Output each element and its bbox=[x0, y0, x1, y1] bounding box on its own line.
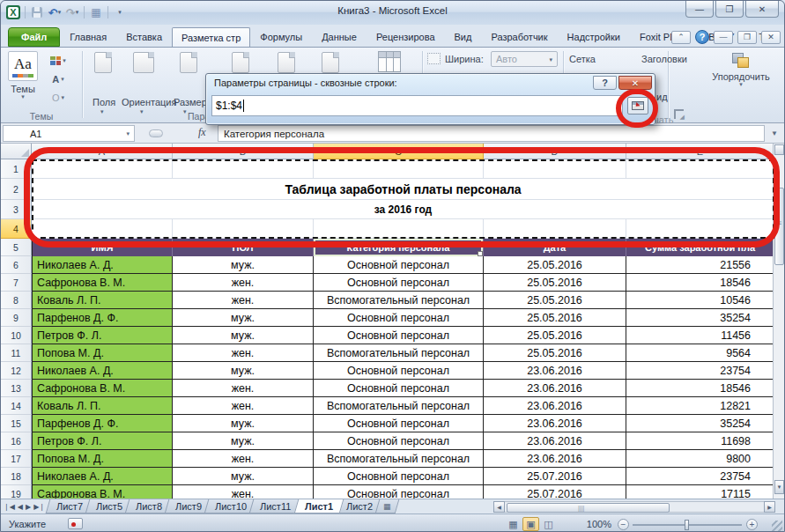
table-header-cell[interactable]: Сумма заработной пла bbox=[626, 239, 774, 256]
cell-name[interactable]: Петров Ф. Л. bbox=[32, 327, 173, 344]
cell-sex[interactable]: муж. bbox=[173, 468, 314, 485]
row-header[interactable]: 5 bbox=[1, 239, 32, 256]
table-header-cell[interactable]: Дата bbox=[484, 239, 626, 256]
cell-sum[interactable]: 12821 bbox=[626, 397, 774, 415]
cell-sex[interactable]: муж. bbox=[173, 256, 314, 274]
cell-name[interactable]: Коваль Л. П. bbox=[32, 397, 173, 415]
cell-name[interactable]: Попова М. Д. bbox=[32, 450, 173, 468]
row-header[interactable]: 10 bbox=[1, 327, 32, 344]
scroll-down-icon[interactable]: ▼ bbox=[774, 480, 784, 494]
cell[interactable] bbox=[173, 219, 314, 239]
cell-name[interactable]: Парфенов Д. Ф. bbox=[32, 309, 173, 327]
row-header[interactable]: 12 bbox=[1, 362, 32, 380]
row-header[interactable]: 7 bbox=[1, 274, 32, 292]
cell[interactable] bbox=[173, 159, 314, 179]
column-header-A[interactable]: A bbox=[32, 144, 173, 159]
row-header[interactable]: 18 bbox=[1, 468, 32, 485]
cell[interactable] bbox=[484, 219, 626, 239]
zoom-out-icon[interactable]: − bbox=[618, 519, 629, 530]
cell-cat[interactable]: Основной персонал bbox=[314, 362, 484, 380]
cell-date[interactable]: 25.07.2016 bbox=[484, 485, 626, 499]
margins-icon[interactable] bbox=[94, 52, 112, 73]
insert-function-icon[interactable]: fx bbox=[198, 126, 206, 139]
insert-sheet-tab[interactable]: ▦ bbox=[374, 499, 398, 514]
cell-date[interactable]: 23.06.2016 bbox=[484, 432, 626, 450]
expand-formula-bar-icon[interactable]: ▼ bbox=[767, 127, 781, 140]
row-header[interactable]: 19 bbox=[1, 485, 32, 499]
sheet-title-cell[interactable]: Таблица заработной платы персонала bbox=[32, 179, 774, 200]
resize-grip[interactable] bbox=[772, 521, 782, 531]
horizontal-scroll-track[interactable] bbox=[505, 501, 764, 513]
name-box-dropdown-icon[interactable]: ▾ bbox=[126, 130, 130, 137]
cell-sex[interactable]: жен. bbox=[173, 380, 314, 397]
themes-button[interactable]: Aa Темы ▾ bbox=[8, 51, 38, 99]
cell[interactable] bbox=[314, 159, 484, 179]
horizontal-scrollbar[interactable]: ◀ ▶ bbox=[493, 501, 775, 513]
dialog-close-button[interactable]: ✕ bbox=[618, 76, 652, 90]
ribbon-tab-4[interactable]: Разметка стр bbox=[172, 27, 250, 47]
ribbon-restore-button[interactable]: ❐ bbox=[737, 31, 757, 44]
theme-fonts-button[interactable]: A▾ bbox=[47, 70, 70, 87]
table-header-cell[interactable]: ПОЛ bbox=[173, 239, 314, 256]
cell-sum[interactable]: 18546 bbox=[626, 274, 774, 292]
ribbon-tab-3[interactable]: Вставка bbox=[116, 27, 172, 47]
cell-sex[interactable]: муж. bbox=[173, 327, 314, 344]
print-area-icon[interactable] bbox=[232, 52, 249, 73]
cell-date[interactable]: 25.05.2016 bbox=[484, 292, 626, 309]
cell-cat[interactable]: Основной персонал bbox=[314, 256, 484, 274]
table-header-cell[interactable]: ИМЯ bbox=[32, 239, 173, 256]
margins-label[interactable]: Поля bbox=[93, 97, 115, 107]
width-select[interactable]: Авто▾ bbox=[491, 51, 558, 67]
row-header[interactable]: 11 bbox=[1, 344, 32, 362]
next-sheet-icon[interactable]: ▶ bbox=[26, 503, 31, 511]
cell-cat[interactable]: Вспомогательный персонал bbox=[314, 292, 484, 309]
cell-sum[interactable]: 10546 bbox=[626, 292, 774, 309]
scroll-right-icon[interactable]: ▶ bbox=[764, 501, 775, 513]
orientation-label[interactable]: Ориентация bbox=[122, 97, 176, 107]
column-header-D[interactable]: D bbox=[484, 144, 626, 159]
cell-sum[interactable]: 18546 bbox=[626, 380, 774, 397]
cell-sex[interactable]: жен. bbox=[173, 344, 314, 362]
cell-date[interactable]: 23.06.2016 bbox=[484, 362, 626, 380]
last-sheet-icon[interactable]: ▶❘ bbox=[33, 503, 45, 511]
cell-sum[interactable]: 23754 bbox=[626, 468, 774, 485]
horizontal-scrollbar-thumb[interactable] bbox=[507, 503, 670, 513]
cell-sex[interactable]: муж. bbox=[173, 362, 314, 380]
cell-sum[interactable]: 11456 bbox=[626, 327, 774, 344]
cell-sex[interactable]: жен. bbox=[173, 397, 314, 415]
cell-cat[interactable]: Основной персонал bbox=[314, 415, 484, 432]
vertical-scrollbar-thumb[interactable] bbox=[774, 188, 784, 265]
page-break-view-icon[interactable]: ◫ bbox=[540, 517, 557, 531]
cell[interactable] bbox=[314, 219, 484, 239]
row-header[interactable]: 8 bbox=[1, 292, 32, 309]
cell-sum[interactable]: 35254 bbox=[626, 415, 774, 432]
cell-name[interactable]: Сафронова В. М. bbox=[32, 274, 173, 292]
cell-date[interactable]: 25.05.2016 bbox=[484, 274, 626, 292]
row-header[interactable]: 6 bbox=[1, 256, 32, 274]
theme-effects-button[interactable]: O▾ bbox=[47, 89, 70, 106]
cell-sum[interactable]: 9564 bbox=[626, 344, 774, 362]
restore-button[interactable]: ❐ bbox=[715, 1, 744, 18]
ribbon-tab-9[interactable]: Разработчик bbox=[481, 27, 557, 47]
ribbon-close-button[interactable]: ✕ bbox=[761, 31, 781, 44]
cell-sex[interactable]: муж. bbox=[173, 309, 314, 327]
cell-date[interactable]: 23.06.2016 bbox=[484, 415, 626, 432]
cell[interactable] bbox=[626, 159, 774, 179]
cell-date[interactable]: 25.05.2016 bbox=[484, 256, 626, 274]
cell-cat[interactable]: Основной персонал bbox=[314, 380, 484, 397]
cell-name[interactable]: Николаев А. Д. bbox=[32, 362, 173, 380]
cell-sum[interactable]: 23754 bbox=[626, 362, 774, 380]
theme-colors-button[interactable]: ▾ bbox=[47, 52, 70, 69]
sheet-subtitle-cell[interactable]: за 2016 год bbox=[32, 200, 774, 219]
cell-sum[interactable]: 11698 bbox=[626, 432, 774, 450]
normal-view-icon[interactable]: ▦ bbox=[505, 517, 522, 531]
cell[interactable] bbox=[32, 219, 173, 239]
ribbon-tab-6[interactable]: Данные bbox=[312, 27, 367, 47]
zoom-slider-handle[interactable] bbox=[685, 520, 689, 530]
background-icon[interactable] bbox=[322, 52, 339, 73]
cell-cat[interactable]: Основной персонал bbox=[314, 309, 484, 327]
ribbon-tab-8[interactable]: Вид bbox=[445, 27, 482, 47]
column-header-E[interactable]: E bbox=[626, 144, 774, 159]
collapse-dialog-button[interactable] bbox=[627, 97, 648, 115]
cell-sex[interactable]: муж. bbox=[173, 432, 314, 450]
